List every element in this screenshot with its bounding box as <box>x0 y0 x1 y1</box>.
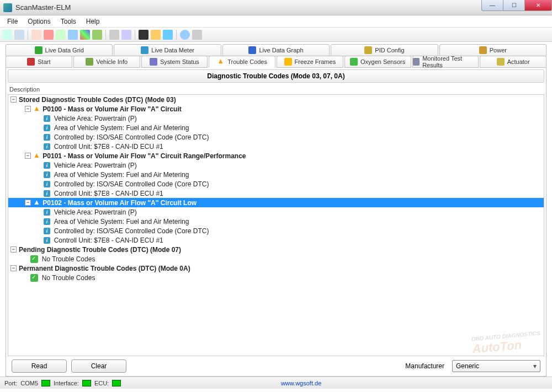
tab-start[interactable]: Start <box>6 56 72 68</box>
tree-dtc-p0100[interactable]: − P0100 - Mass or Volume Air Flow "A" Ci… <box>8 104 544 114</box>
clear-button[interactable]: Clear <box>71 359 126 373</box>
maximize-button[interactable]: ☐ <box>503 0 525 11</box>
actuator-icon <box>497 58 505 66</box>
toolbar-btn-4[interactable] <box>44 30 54 40</box>
tree-permanent-header[interactable]: − Permanent Diagnostic Trouble Codes (DT… <box>8 264 544 273</box>
toolbar-btn-10[interactable] <box>121 30 131 40</box>
tree-detail[interactable]: Controll Unit: $7E8 - CAN-ID ECU #1 <box>8 189 544 198</box>
tree-no-codes[interactable]: No Trouble Codes <box>8 273 544 282</box>
tree-detail[interactable]: Area of Vehicle System: Fuel and Air Met… <box>8 170 544 179</box>
status-port-value: COM5 <box>20 380 38 386</box>
tree-detail[interactable]: Vehicle Area: Powertrain (P) <box>8 114 544 123</box>
minimize-button[interactable]: — <box>481 0 503 11</box>
warning-icon <box>217 58 225 66</box>
info-icon <box>44 171 50 178</box>
graph-icon <box>248 46 256 54</box>
toolbar-btn-12[interactable] <box>151 30 161 40</box>
tab-freeze-frames[interactable]: Freeze Frames <box>277 56 343 68</box>
freeze-icon <box>284 58 292 66</box>
tab-pid-config[interactable]: PID Config <box>331 44 438 56</box>
tab-live-data-meter[interactable]: Live Data Meter <box>114 44 221 56</box>
collapse-icon[interactable]: − <box>10 96 17 103</box>
toolbar-btn-5[interactable] <box>56 30 66 40</box>
tree-detail[interactable]: Controll Unit: $7E8 - CAN-ID ECU #1 <box>8 142 544 151</box>
oxygen-icon <box>350 58 358 66</box>
vehicle-info-icon <box>86 58 93 66</box>
manufacturer-combo[interactable]: Generic <box>452 360 540 372</box>
toolbar-btn-6[interactable] <box>68 30 78 40</box>
collapse-icon[interactable]: − <box>10 246 17 253</box>
tab-power[interactable]: Power <box>439 44 546 56</box>
toolbar <box>0 28 552 42</box>
status-bar: Port: COM5 Interface: ECU: www.wgsoft.de <box>0 377 552 389</box>
close-button[interactable]: ✕ <box>524 0 552 11</box>
tab-system-status[interactable]: System Status <box>141 56 208 68</box>
collapse-icon[interactable]: − <box>10 265 17 271</box>
toolbar-btn-9[interactable] <box>109 30 119 40</box>
toolbar-btn-7[interactable] <box>80 30 90 40</box>
tree-detail[interactable]: Area of Vehicle System: Fuel and Air Met… <box>8 123 544 132</box>
tab-actuator[interactable]: Actuator <box>480 56 546 68</box>
tab-live-data-graph[interactable]: Live Data Graph <box>222 44 330 56</box>
pid-icon <box>364 46 372 54</box>
status-port-label: Port: <box>4 380 17 386</box>
collapse-icon[interactable]: − <box>25 200 31 206</box>
tree-dtc-p0101[interactable]: − P0101 - Mass or Volume Air Flow "A" Ci… <box>8 151 544 160</box>
tree-detail[interactable]: Controll Unit: $7E8 - CAN-ID ECU #1 <box>8 235 544 245</box>
upper-tab-row: Live Data Grid Live Data Meter Live Data… <box>0 44 552 56</box>
toolbar-btn-3[interactable] <box>31 30 41 40</box>
tree-detail[interactable]: Controlled by: ISO/SAE Controlled Code (… <box>8 132 544 142</box>
toolbar-btn-2[interactable] <box>14 30 24 40</box>
info-icon <box>44 181 50 187</box>
menu-tools[interactable]: Tools <box>56 17 81 26</box>
dtc-tree[interactable]: − Stored Diagnostic Trouble Codes (DTC) … <box>8 94 544 356</box>
collapse-icon[interactable]: − <box>25 153 31 159</box>
toolbar-btn-13[interactable] <box>163 30 173 40</box>
tab-live-data-grid[interactable]: Live Data Grid <box>6 44 113 56</box>
toolbar-btn-15[interactable] <box>192 30 202 40</box>
status-interface-label: Interface: <box>54 380 79 386</box>
power-icon <box>479 46 487 54</box>
collapse-icon[interactable]: − <box>25 106 31 112</box>
tree-stored-header[interactable]: − Stored Diagnostic Trouble Codes (DTC) … <box>8 95 544 104</box>
window-controls: — ☐ ✕ <box>481 0 552 11</box>
info-icon <box>44 190 50 197</box>
info-icon <box>44 218 50 225</box>
tree-no-codes[interactable]: No Trouble Codes <box>8 254 544 264</box>
toolbar-btn-14[interactable] <box>180 30 190 40</box>
warning-icon <box>33 105 41 113</box>
tab-vehicle-info[interactable]: Vehicle Info <box>73 56 140 68</box>
tree-detail[interactable]: Vehicle Area: Powertrain (P) <box>8 207 544 217</box>
info-icon <box>44 237 50 244</box>
tree-pending-header[interactable]: − Pending Diagnostic Trouble Codes (DTC)… <box>8 245 544 254</box>
menu-help[interactable]: Help <box>81 17 105 26</box>
tab-monitored-results[interactable]: Monitored Test Results <box>412 56 479 68</box>
status-url-link[interactable]: www.wgsoft.de <box>281 380 321 386</box>
warning-icon <box>33 199 41 207</box>
info-icon <box>44 143 50 150</box>
menu-options[interactable]: Options <box>23 17 55 26</box>
read-button[interactable]: Read <box>12 359 67 373</box>
toolbar-btn-11[interactable] <box>139 30 148 40</box>
bottom-bar: Read Clear Manufacturer Generic <box>6 356 546 376</box>
ok-icon <box>30 255 38 263</box>
tab-trouble-codes[interactable]: Trouble Codes <box>209 56 275 68</box>
menu-file[interactable]: File <box>2 17 23 26</box>
info-icon <box>44 209 50 216</box>
tree-detail[interactable]: Area of Vehicle System: Fuel and Air Met… <box>8 217 544 226</box>
toolbar-btn-1[interactable] <box>2 30 12 40</box>
tree-detail[interactable]: Controlled by: ISO/SAE Controlled Code (… <box>8 179 544 189</box>
warning-icon <box>33 152 41 160</box>
app-icon <box>3 3 12 12</box>
description-label: Description <box>6 84 546 94</box>
tree-dtc-p0102[interactable]: − P0102 - Mass or Volume Air Flow "A" Ci… <box>8 198 544 207</box>
toolbar-btn-8[interactable] <box>92 30 102 40</box>
info-icon <box>44 115 50 122</box>
tree-detail[interactable]: Controlled by: ISO/SAE Controlled Code (… <box>8 226 544 235</box>
tab-oxygen-sensors[interactable]: Oxygen Sensors <box>344 56 411 68</box>
meter-icon <box>141 46 148 54</box>
tree-detail[interactable]: Vehicle Area: Powertrain (P) <box>8 160 544 170</box>
status-ecu-label: ECU: <box>94 380 109 386</box>
content-panel: Diagnostic Trouble Codes (Mode 03, 07, 0… <box>6 68 546 377</box>
ecu-led-icon <box>112 380 121 386</box>
